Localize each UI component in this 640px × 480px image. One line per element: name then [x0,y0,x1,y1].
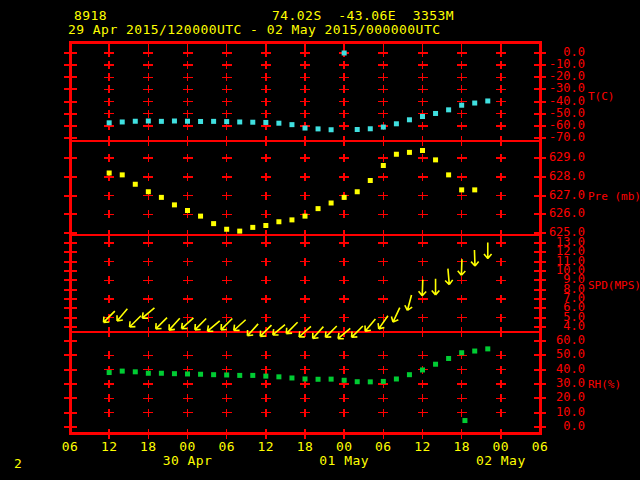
relative-humidity-point [107,370,112,375]
relative-humidity-point [211,372,216,377]
wind-arrow [390,306,404,324]
panel-axis-label-relative-humidity: RH(%) [588,378,621,391]
relative-humidity-point [462,418,467,423]
aws-time-series-screen: 8918 74.02S -43.06E 3353M 29 Apr 2015/12… [0,0,640,480]
relative-humidity-point [198,372,203,377]
pressure-point [224,227,229,232]
temperature-point [107,120,112,125]
y-tick-label: 629.0 [549,151,585,164]
temperature-point [120,119,125,124]
temperature-point [368,126,373,131]
temperature-point [381,125,386,130]
page-number: 2 [14,457,22,470]
y-tick-label: 4.0 [563,320,585,333]
wind-arrow [444,268,453,285]
pressure-point [316,206,321,211]
pressure-point [276,219,281,224]
temperature-point [459,103,464,108]
relative-humidity-point [407,372,412,377]
pressure-point [237,229,242,234]
pressure-point [289,217,294,222]
y-tick-label: 60.0 [556,334,585,347]
relative-humidity-point [146,371,151,376]
pressure-point [185,208,190,213]
temperature-point [263,120,268,125]
x-tick-label: 06 [375,440,392,453]
relative-humidity-point [342,378,347,383]
temperature-point [407,117,412,122]
relative-humidity-point [394,376,399,381]
relative-humidity-point [172,371,177,376]
relative-humidity-point [133,369,138,374]
pressure-point [394,152,399,157]
x-tick-label: 12 [258,440,275,453]
temperature-point [485,98,490,103]
wind-arrow [192,316,209,333]
pressure-point [342,195,347,200]
relative-humidity-point [459,350,464,355]
pressure-point [407,150,412,155]
wind-arrow [231,317,248,333]
temperature-point [316,126,321,131]
chart-canvas [0,0,640,480]
panel-axis-label-temperature: T(C) [588,90,615,103]
pressure-point [120,172,125,177]
wind-arrow [257,322,274,339]
y-tick-label: 20.0 [556,391,585,404]
temperature-point [342,51,347,56]
x-tick-label: 06 [532,440,549,453]
relative-humidity-point [250,373,255,378]
y-tick-label: 628.0 [549,170,585,183]
pressure-point [420,148,425,153]
wind-arrow [270,322,287,338]
x-tick-label: 06 [218,440,235,453]
relative-humidity-point [316,377,321,382]
pressure-point [355,189,360,194]
temperature-point [133,119,138,124]
temperature-point [355,127,360,132]
wind-arrow [284,320,301,337]
temperature-point [303,126,308,131]
relative-humidity-point [237,373,242,378]
y-tick-label: -70.0 [549,131,585,144]
wind-arrow [471,250,479,266]
pressure-point [303,214,308,219]
x-tick-label: 06 [62,440,79,453]
temperature-point [198,119,203,124]
relative-humidity-point [159,371,164,376]
relative-humidity-point [276,374,281,379]
x-date-label: 01 May [319,454,369,467]
relative-humidity-point [368,379,373,384]
pressure-point [211,221,216,226]
pressure-point [198,214,203,219]
pressure-point [433,157,438,162]
pressure-point [107,171,112,176]
wind-arrow [245,321,261,338]
relative-humidity-point [446,356,451,361]
wind-arrow [153,315,170,332]
x-date-label: 02 May [476,454,526,467]
wind-arrow [418,280,426,296]
temperature-point [276,121,281,126]
x-tick-label: 00 [179,440,196,453]
temperature-point [289,122,294,127]
relative-humidity-point [420,367,425,372]
temperature-point [185,119,190,124]
temperature-point [420,114,425,119]
temperature-point [146,119,151,124]
wind-arrow [432,279,440,295]
temperature-point [250,120,255,125]
pressure-point [146,189,151,194]
y-tick-label: 30.0 [556,377,585,390]
pressure-point [472,187,477,192]
y-tick-label: 40.0 [556,363,585,376]
relative-humidity-point [224,372,229,377]
pressure-point [172,202,177,207]
temperature-point [159,119,164,124]
x-tick-label: 12 [101,440,118,453]
relative-humidity-point [381,379,386,384]
relative-humidity-point [185,371,190,376]
relative-humidity-point [120,369,125,374]
wind-arrow [101,308,118,325]
x-date-label: 30 Apr [163,454,213,467]
